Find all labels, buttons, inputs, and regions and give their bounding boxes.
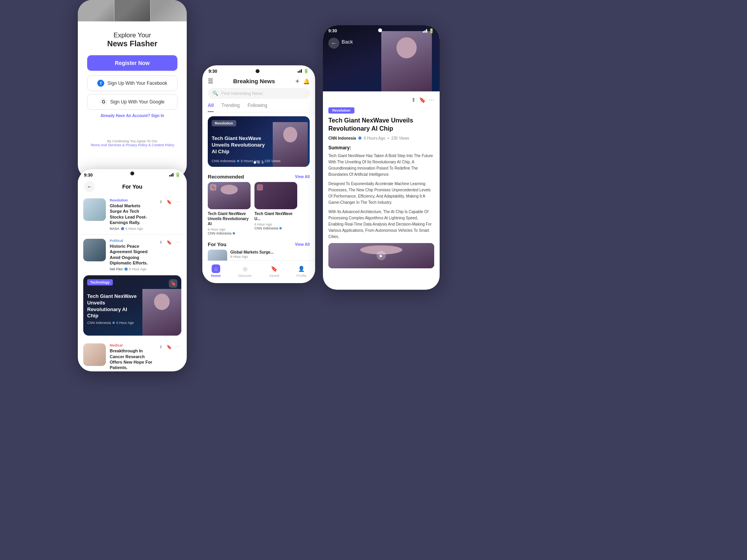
status-icons: 🔋 <box>169 172 181 177</box>
recommended-header: Recommended View All <box>202 171 315 182</box>
carousel-verified <box>237 160 239 162</box>
home-icon: ⌂ <box>212 264 220 273</box>
signin-prompt: Already Have An Account? Sign In <box>87 114 177 118</box>
article-video-thumb[interactable]: ▶ <box>328 243 434 268</box>
feed-info-stocks: Revolution Global Markets Surge As Tech … <box>110 198 153 231</box>
title-medical: Breakthrough In Cancer Research Offers N… <box>110 348 153 370</box>
tech-save-button[interactable]: 🔖 <box>169 279 177 288</box>
p3-battery: 🔋 <box>303 68 309 74</box>
header-title: For You <box>122 184 142 190</box>
profile-icon: 👤 <box>297 264 306 273</box>
rec-save-2[interactable]: 🔖 <box>257 184 263 191</box>
p3-header: ☰ Breaking News ☀ 🔔 <box>202 75 315 88</box>
summary-label: Summary: <box>328 145 434 150</box>
back-button[interactable]: ← <box>84 181 95 192</box>
rec-source-1: CNN Indonesia <box>208 231 251 235</box>
nav-saved[interactable]: 🔖 Saved <box>269 264 279 278</box>
register-button[interactable]: Register Now <box>87 55 177 71</box>
feed-info-medical: Medical Breakthrough In Cancer Research … <box>110 343 153 371</box>
terms-link[interactable]: Terms And Services & Privacy Policy & Co… <box>90 143 174 147</box>
flasher-label: News Flasher <box>87 39 177 48</box>
camera-dot <box>130 172 134 175</box>
p3-status-time: 9:30 <box>209 69 217 74</box>
play-button[interactable]: ▶ <box>377 251 386 260</box>
article-source-row: CNN Indonesia 6 Hours Ago • 235 Views <box>328 136 434 140</box>
bookmark-article-icon[interactable]: 🔖 <box>419 97 426 103</box>
for-you-view-all[interactable]: View All <box>295 242 310 247</box>
article-badge: Revolution <box>328 107 354 114</box>
category-political: Political <box>110 239 153 243</box>
top-image-1 <box>78 0 114 21</box>
feed-item-stocks[interactable]: Revolution Global Markets Surge As Tech … <box>78 194 187 235</box>
search-bar[interactable]: 🔍 Find Interesting News <box>208 88 310 99</box>
nav-home[interactable]: ⌂ Home <box>211 264 221 278</box>
p4-back-label: Back <box>342 39 353 45</box>
category-revolution: Revolution <box>110 198 153 202</box>
share-article-icon[interactable]: ⬆ <box>411 97 416 103</box>
top-image-3 <box>151 0 187 21</box>
more-button[interactable]: ⋯ <box>174 198 181 205</box>
nav-discover[interactable]: ◎ Discover <box>238 264 252 278</box>
tab-following[interactable]: Following <box>247 103 267 112</box>
rec-card-2[interactable]: 🔖 Tech Giant NexWave U... 6 Hour Ago CNN… <box>254 182 297 235</box>
bookmark-button[interactable]: 🔖 <box>166 198 173 205</box>
verified-icon-2 <box>124 268 128 271</box>
google-label: Sign Up With Your Google <box>110 99 164 105</box>
profile-label: Profile <box>296 274 307 278</box>
bookmark-button-3[interactable]: 🔖 <box>166 343 173 350</box>
carousel-title: Tech Giant NexWave Unveils Revolutionary… <box>212 135 271 155</box>
verified-dot-tech <box>112 322 115 324</box>
tabs-bar: All Trending Following <box>202 103 315 112</box>
facebook-signup-button[interactable]: f Sign Up With Your Facebook <box>87 75 177 91</box>
explore-label: Explore Your <box>87 32 177 39</box>
item-actions-medical: ⬆ 🔖 ⋯ <box>157 343 181 350</box>
more-button-3[interactable]: ⋯ <box>174 343 181 350</box>
facebook-icon: f <box>97 80 104 87</box>
signin-link[interactable]: Sign In <box>151 114 164 118</box>
tech-card-item[interactable]: Technology 🔖 Tech Giant NexWave Unveils … <box>83 275 181 336</box>
rec-card-1[interactable]: 🔖 Tech Giant NexWave Unveils Revolutiona… <box>208 182 251 235</box>
article-hero: 9:30 🔋 ← Back <box>323 25 440 91</box>
tab-trending[interactable]: Trending <box>221 103 240 112</box>
bookmark-button-2[interactable]: 🔖 <box>166 239 173 246</box>
nav-profile[interactable]: 👤 Profile <box>296 264 307 278</box>
feed-item-peace[interactable]: Political Historic Peace Agreement Signe… <box>78 235 187 275</box>
tech-card-meta: CNN Indonesia 6 Hour Ago <box>87 321 139 325</box>
fy-meta-1: 6 Hour Ago <box>230 255 310 259</box>
bell-icon[interactable]: 🔔 <box>303 78 310 84</box>
carousel-dots <box>254 161 264 164</box>
dot-1 <box>254 161 256 164</box>
article-paragraph-1: Tech Giant NexWave Has Taken A Bold Step… <box>328 153 434 178</box>
tab-all[interactable]: All <box>208 103 214 112</box>
saved-label: Saved <box>269 274 279 278</box>
rec-save-1[interactable]: 🔖 <box>210 184 216 191</box>
rec-thumb-2: 🔖 <box>254 182 297 209</box>
rec-source-2: CNN Indonesia <box>254 226 297 230</box>
hamburger-icon[interactable]: ☰ <box>208 77 213 85</box>
rec-title-1: Tech Giant NexWave Unveils Revolutionary… <box>208 211 251 226</box>
more-article-icon[interactable]: ⋯ <box>429 97 434 103</box>
phone-header: ← For You <box>78 179 187 194</box>
for-you-header: For You View All <box>202 238 315 250</box>
dot-2 <box>258 161 260 164</box>
google-signup-button[interactable]: G Sign Up With Your Google <box>87 94 177 110</box>
feed-item-medical[interactable]: Medical Breakthrough In Cancer Research … <box>78 340 187 371</box>
article-title: Tech Giant NexWave Unveils Revolutionary… <box>328 117 434 133</box>
news-carousel[interactable]: Revolution Tech Giant NexWave Unveils Re… <box>208 116 310 167</box>
saved-icon: 🔖 <box>270 264 279 273</box>
share-button-2[interactable]: ⬆ <box>157 239 164 246</box>
item-actions-peace: ⬆ 🔖 ⋯ <box>157 239 181 246</box>
recommended-view-all[interactable]: View All <box>295 175 310 179</box>
thumb-peace <box>83 239 106 261</box>
more-button-2[interactable]: ⋯ <box>174 239 181 246</box>
p4-signal <box>423 29 427 33</box>
brightness-icon[interactable]: ☀ <box>295 78 300 84</box>
p4-time: 9:30 <box>328 28 337 33</box>
article-paragraph-3: With Its Advanced Architecture, The AI C… <box>328 209 434 240</box>
p4-back-button[interactable]: ← <box>328 38 339 49</box>
share-button[interactable]: ⬆ <box>157 198 164 205</box>
p4-status-bar: 9:30 🔋 <box>323 28 440 33</box>
share-button-3[interactable]: ⬆ <box>157 343 164 350</box>
verified-icon <box>121 227 124 230</box>
tech-card-title: Tech Giant NexWave Unveils Revolutionary… <box>87 293 139 320</box>
